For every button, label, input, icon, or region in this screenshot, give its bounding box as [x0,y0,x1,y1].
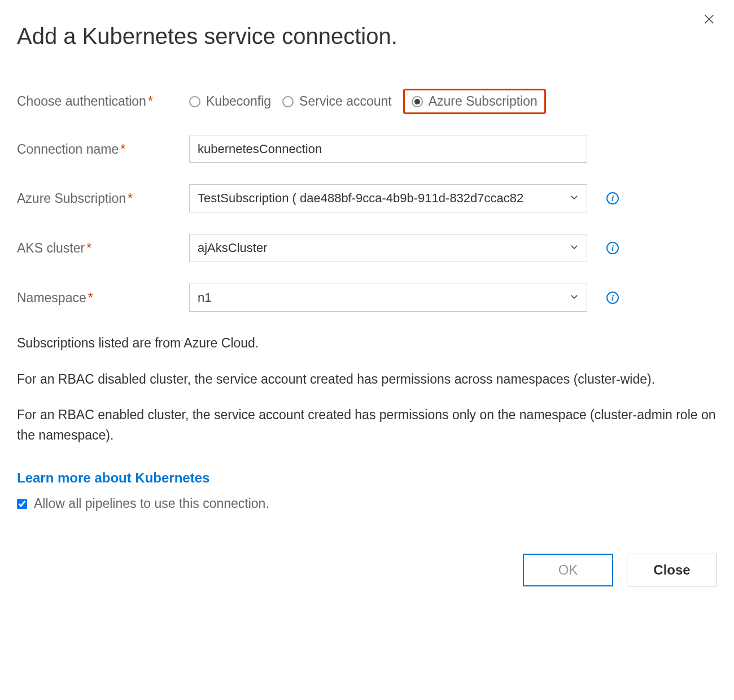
allow-pipelines-checkbox[interactable] [17,499,27,509]
close-icon-button[interactable] [701,11,717,27]
helper-para-3: For an RBAC enabled cluster, the service… [17,405,717,445]
namespace-value: n1 [189,284,587,312]
radio-service-account[interactable]: Service account [282,94,392,109]
info-icon[interactable]: i [606,292,619,304]
connection-name-input[interactable] [189,136,587,163]
connection-name-label-text: Connection name [17,142,119,156]
azure-subscription-label: Azure Subscription* [17,191,189,206]
radio-azure-subscription-label: Azure Subscription [429,94,538,109]
learn-more-link[interactable]: Learn more about Kubernetes [17,467,209,488]
namespace-label: Namespace* [17,290,189,306]
aks-cluster-select[interactable]: ajAksCluster [189,234,587,262]
dialog-button-row: OK Close [17,554,717,586]
azure-subscription-row: Azure Subscription* TestSubscription ( d… [17,184,717,212]
helper-para-2: For an RBAC disabled cluster, the servic… [17,369,717,390]
required-asterisk: * [128,191,133,206]
info-icon[interactable]: i [606,242,619,254]
service-connection-dialog: Add a Kubernetes service connection. Cho… [0,0,734,603]
namespace-label-text: Namespace [17,290,86,305]
azure-subscription-value: TestSubscription ( dae488bf-9cca-4b9b-91… [189,184,587,212]
namespace-select[interactable]: n1 [189,284,587,312]
allow-pipelines-label: Allow all pipelines to use this connecti… [34,494,269,514]
authentication-label: Choose authentication* [17,94,189,109]
required-asterisk: * [120,142,125,156]
helper-text-section: Subscriptions listed are from Azure Clou… [17,333,717,514]
required-asterisk: * [86,241,91,255]
ok-button[interactable]: OK [523,554,613,586]
radio-service-account-label: Service account [299,94,392,109]
azure-subscription-select[interactable]: TestSubscription ( dae488bf-9cca-4b9b-91… [189,184,587,212]
authentication-label-text: Choose authentication [17,94,146,108]
radio-kubeconfig[interactable]: Kubeconfig [189,94,271,109]
aks-cluster-label: AKS cluster* [17,241,189,256]
auth-radio-group: Kubeconfig Service account Azure Subscri… [189,89,546,114]
info-icon[interactable]: i [606,192,619,205]
radio-kubeconfig-label: Kubeconfig [206,94,271,109]
radio-circle-selected-icon [412,96,423,107]
aks-cluster-label-text: AKS cluster [17,241,85,255]
radio-circle-icon [282,96,294,107]
required-asterisk: * [148,94,153,108]
aks-cluster-row: AKS cluster* ajAksCluster i [17,234,717,262]
authentication-row: Choose authentication* Kubeconfig Servic… [17,89,717,114]
connection-name-row: Connection name* [17,136,717,163]
dialog-title: Add a Kubernetes service connection. [17,24,717,49]
close-button[interactable]: Close [627,554,717,586]
namespace-row: Namespace* n1 i [17,284,717,312]
required-asterisk: * [88,290,93,305]
azure-subscription-label-text: Azure Subscription [17,191,126,206]
radio-circle-icon [189,96,200,107]
connection-name-label: Connection name* [17,142,189,157]
close-icon [703,13,715,25]
aks-cluster-value: ajAksCluster [189,234,587,262]
radio-azure-subscription[interactable]: Azure Subscription [403,89,546,114]
helper-para-1: Subscriptions listed are from Azure Clou… [17,333,717,354]
allow-pipelines-checkbox-row: Allow all pipelines to use this connecti… [17,494,717,514]
